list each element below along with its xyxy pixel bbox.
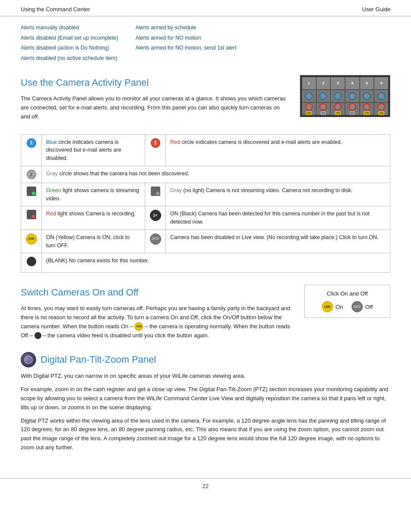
ptz-heading-row: Digital Pan-Tilt-Zoom Panel — [21, 352, 390, 367]
cam-cell-2-6[interactable] — [374, 90, 388, 102]
camera-panel-image: 1 2 3 4 5 6 — [300, 75, 390, 117]
off-inline-icon — [34, 332, 41, 339]
camera-grid: 1 2 3 4 5 6 — [302, 77, 388, 115]
cam-cell-2-4[interactable] — [346, 90, 359, 102]
legend-text-gray-circle: Gray circle shows that the camera has no… — [42, 166, 390, 183]
red-dot-icon — [32, 215, 35, 218]
cam-cell-1-4: 4 — [346, 77, 359, 89]
page-header: Using the Command Center User Guide — [0, 0, 411, 16]
switch-cameras-body: At times, you may want to easily turn ca… — [21, 304, 291, 340]
legend-icon-cam-gray — [145, 183, 166, 206]
camera-activity-heading: Use the Camera Activity Panel — [21, 75, 287, 90]
switch-off-item: OFF Off — [352, 301, 373, 312]
off-gray-icon[interactable]: OFF — [150, 233, 161, 245]
cam-cell-1-3: 3 — [331, 77, 345, 89]
page-footer: 22 — [0, 478, 411, 494]
red-text-label: Red — [170, 139, 180, 145]
switch-on-icon[interactable]: ON — [322, 301, 333, 312]
cam-cell-3-6[interactable]: ON — [374, 103, 388, 115]
cam-cell-3-4[interactable]: Sil — [346, 103, 359, 115]
cam-cell-1-2: 2 — [317, 77, 330, 89]
off-button-icon — [34, 332, 41, 339]
legend-text-on-black: ON (Black) Camera has been detected for … — [166, 206, 390, 230]
legend-text-off-gray: Camera has been disabled in Live view. (… — [166, 230, 390, 253]
legend-row-6: (BLANK) No camera exists for this number… — [21, 253, 390, 273]
switch-panel: Click On and Off ON On OFF Off — [304, 285, 390, 318]
ptz-para2: Digital PTZ works within the viewing are… — [21, 417, 390, 452]
alert-link-5[interactable]: Alerts armed by schedule — [136, 24, 237, 32]
legend-icon-on-yellow: ON — [21, 230, 42, 253]
ptz-section: Digital Pan-Tilt-Zoom Panel With Digital… — [21, 352, 390, 452]
green-text-label: Green — [46, 187, 61, 193]
cam-cell-3-5[interactable]: ON — [360, 103, 374, 115]
cam-cell-3-3[interactable]: ON — [331, 103, 345, 115]
blue-circle-icon: 1 — [27, 138, 36, 148]
legend-row-3: Green light shows camera is streaming vi… — [21, 183, 390, 206]
alert-link-3[interactable]: Alerts disabled (action is Do Nothing) — [21, 44, 118, 52]
header-left: Using the Command Center — [21, 6, 90, 12]
green-dot-icon — [32, 192, 35, 195]
switch-cameras-section: Switch Cameras On and Off At times, you … — [21, 285, 390, 340]
cam-cell-1-1: 1 — [302, 77, 316, 89]
ptz-icon — [21, 352, 36, 367]
page: Using the Command Center User Guide Aler… — [0, 0, 411, 532]
gray-text-label: Gray — [46, 171, 58, 177]
on-black-icon: 2+ — [150, 210, 161, 221]
legend-text-cam-gray: Gray (no light) Camera is not streaming … — [166, 183, 390, 206]
camera-activity-body: The Camera Activity Panel allows you to … — [21, 94, 287, 121]
legend-row-5: ON ON (Yellow) Camera is ON; click to tu… — [21, 230, 390, 253]
blue-text-label: Blue — [46, 139, 57, 145]
legend-text-blue-circle: Blue circle indicates camera is discover… — [42, 134, 145, 166]
switch-off-icon[interactable]: OFF — [352, 301, 363, 312]
camera-gray-icon — [151, 187, 160, 196]
legend-text-cam-red: Red light shows Camera is recording. — [42, 206, 145, 230]
gray-circle-icon: 2 — [27, 170, 36, 179]
header-right: User Guide — [362, 6, 390, 12]
alert-col-right: Alerts armed by schedule Alerts armed fo… — [136, 24, 237, 62]
legend-table: 1 Blue circle indicates camera is discov… — [21, 134, 390, 273]
camera-green-icon — [27, 187, 36, 196]
legend-icon-on-black: 2+ — [145, 206, 166, 230]
ptz-icon-inner — [24, 355, 33, 364]
camera-activity-text: Use the Camera Activity Panel The Camera… — [21, 75, 287, 121]
blank-icon — [27, 257, 36, 266]
cam-cell-2-1[interactable] — [302, 90, 316, 102]
alert-link-6[interactable]: Alerts armed for NO motion — [136, 34, 237, 42]
alert-link-2[interactable]: Alerts disabled (Email set up incomplete… — [21, 34, 118, 42]
cam-cell-2-5[interactable] — [360, 90, 374, 102]
cam-cell-1-6: 6 — [374, 77, 388, 89]
alert-link-7[interactable]: Alerts armed for NO motion, send 1st ale… — [136, 44, 237, 52]
switch-panel-title: Click On and Off — [311, 290, 383, 297]
red-text-2-label: Red — [46, 211, 56, 217]
cam-cell-3-1[interactable]: ON — [302, 103, 316, 115]
alert-link-4[interactable]: Alerts disabled (no active schedule item… — [21, 55, 118, 62]
legend-icon-cam-red — [21, 206, 42, 230]
ptz-para1: For example, zoom in on the cash registe… — [21, 385, 390, 412]
camera-activity-section: Use the Camera Activity Panel The Camera… — [21, 75, 390, 273]
on-button-icon[interactable]: ON — [134, 322, 143, 331]
ptz-heading: Digital Pan-Tilt-Zoom Panel — [40, 354, 156, 365]
alert-link-1[interactable]: Alerts manually disabled — [21, 24, 118, 32]
page-content: Alerts manually disabled Alerts disabled… — [0, 16, 411, 470]
legend-row-4: Red light shows Camera is recording. 2+ … — [21, 206, 390, 230]
legend-icon-gray-circle: 2 — [21, 166, 42, 183]
legend-icon-blank — [21, 253, 42, 273]
legend-icon-off-gray: OFF — [145, 230, 166, 253]
gray-text-2-label: Gray — [170, 187, 182, 193]
switch-off-label: Off — [365, 304, 373, 310]
legend-icon-red-circle: 1 — [145, 134, 166, 166]
cam-cell-2-2[interactable] — [317, 90, 330, 102]
camera-red-icon — [27, 210, 36, 219]
page-number: 22 — [202, 483, 209, 489]
alert-col-left: Alerts manually disabled Alerts disabled… — [21, 24, 118, 62]
switch-on-item: ON On — [322, 301, 343, 312]
legend-icon-cam-green — [21, 183, 42, 206]
legend-text-blank: (BLANK) No camera exists for this number… — [42, 253, 390, 273]
on-yellow-icon[interactable]: ON — [26, 233, 37, 245]
cam-cell-3-2[interactable]: Sil — [317, 103, 330, 115]
legend-icon-blue-circle: 1 — [21, 134, 42, 166]
alert-links-section: Alerts manually disabled Alerts disabled… — [21, 24, 390, 62]
cam-cell-2-3[interactable] — [331, 90, 345, 102]
switch-on-label: On — [336, 304, 343, 310]
on-inline-icon: ON — [134, 322, 143, 331]
